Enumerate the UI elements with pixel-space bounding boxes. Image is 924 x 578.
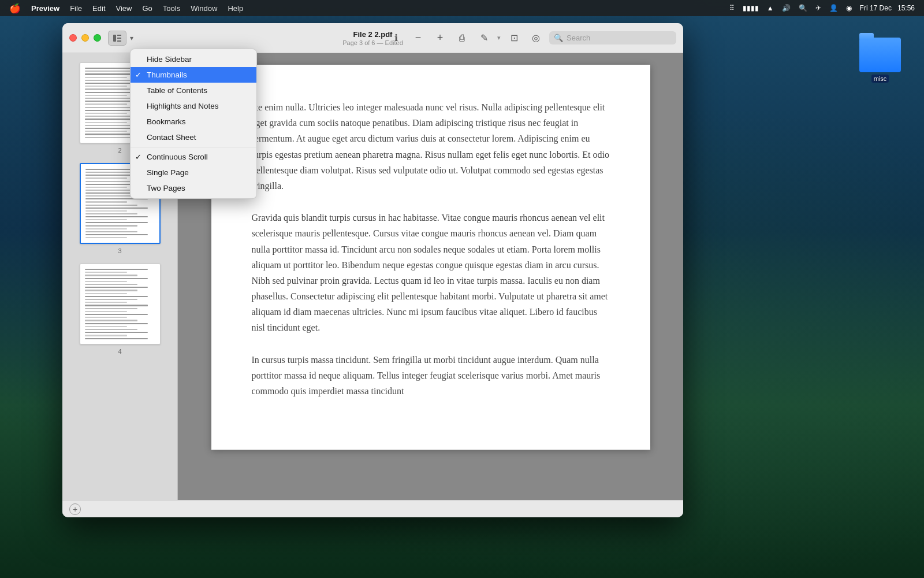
menubar-tools[interactable]: Tools — [163, 4, 180, 13]
adjust-button[interactable]: ◎ — [527, 29, 545, 47]
thumb-line — [85, 122, 127, 123]
menubar: 🍎 Preview File Edit View Go Tools Window… — [0, 0, 924, 16]
spotlight-icon[interactable]: 🔍 — [799, 4, 807, 12]
menubar-app-name[interactable]: Preview — [31, 4, 59, 13]
thumb-line — [85, 210, 127, 212]
menubar-edit[interactable]: Edit — [92, 4, 105, 13]
thumb-line — [85, 311, 127, 312]
menu-item-two-pages[interactable]: Two Pages — [131, 180, 256, 196]
menu-item-bookmarks[interactable]: Bookmarks — [131, 114, 256, 129]
desktop-folder-misc[interactable]: misc — [859, 38, 901, 83]
svg-rect-0 — [113, 35, 116, 42]
desktop: 🍎 Preview File Edit View Go Tools Window… — [0, 0, 924, 578]
menubar-left: 🍎 Preview File Edit View Go Tools Window… — [9, 3, 243, 14]
toolbar-right: ℹ − + ⎙ ✎ ▾ ⊡ ◎ 🔍 — [388, 29, 676, 47]
single-page-label: Single Page — [147, 168, 189, 177]
battery-icon[interactable]: ▮▮▮▮ — [743, 4, 759, 12]
thumb-line — [85, 195, 137, 197]
apple-menu[interactable]: 🍎 — [9, 3, 21, 14]
menu-separator-1 — [131, 147, 256, 147]
user-icon[interactable]: 👤 — [829, 4, 838, 12]
thumb-line — [85, 95, 127, 96]
menubar-right: ⠿ ▮▮▮▮ ▲ 🔊 🔍 ✈ 👤 ◉ Fri 17 Dec 15:56 — [729, 4, 915, 12]
thumbnail-number-4: 4 — [118, 348, 121, 355]
thumbnail-img-4 — [80, 264, 161, 344]
thumb-line — [85, 293, 127, 294]
sidebar-dropdown-arrow[interactable]: ▾ — [130, 34, 133, 42]
svg-rect-1 — [117, 35, 121, 36]
thumb-line — [85, 234, 148, 235]
thumbnail-number-2: 2 — [118, 147, 121, 154]
svg-rect-3 — [117, 40, 121, 42]
thumb-line — [85, 172, 137, 173]
markup-button[interactable]: ✎ — [475, 29, 493, 47]
menubar-go[interactable]: Go — [142, 4, 152, 13]
menu-item-thumbnails[interactable]: Thumbnails — [131, 67, 256, 83]
menubar-file[interactable]: File — [70, 4, 82, 13]
menu-item-hide-sidebar[interactable]: Hide Sidebar — [131, 51, 256, 67]
thumb-line — [85, 332, 148, 333]
menu-item-contact-sheet[interactable]: Contact Sheet — [131, 129, 256, 145]
menu-item-table-of-contents[interactable]: Table of Contents — [131, 83, 256, 98]
hide-sidebar-label: Hide Sidebar — [147, 55, 192, 64]
crop-button[interactable]: ⊡ — [505, 29, 523, 47]
thumb-line — [85, 284, 138, 285]
menubar-view[interactable]: View — [116, 4, 132, 13]
menu-extras-icon[interactable]: ◉ — [846, 4, 852, 12]
zoom-in-button[interactable]: + — [431, 29, 449, 47]
wifi-icon[interactable]: ▲ — [767, 4, 774, 12]
thumb-line — [85, 201, 127, 202]
sidebar-toggle-button[interactable] — [108, 31, 126, 46]
close-button[interactable] — [69, 34, 77, 42]
volume-icon[interactable]: 🔊 — [782, 4, 791, 12]
airdrop-icon[interactable]: ✈ — [815, 4, 821, 12]
pdf-paragraph-1: ate enim nulla. Ultricies leo integer ma… — [252, 99, 610, 194]
menu-item-highlights-and-notes[interactable]: Highlights and Notes — [131, 98, 256, 114]
title-center: File 2 2.pdf Page 3 of 6 — Edited — [342, 30, 403, 46]
contact-sheet-label: Contact Sheet — [147, 133, 196, 142]
markup-dropdown[interactable]: ▾ — [497, 34, 501, 42]
thumb-line — [85, 181, 137, 182]
table-of-contents-label: Table of Contents — [147, 86, 207, 95]
add-page-button[interactable]: + — [69, 503, 81, 515]
thumbnails-label: Thumbnails — [147, 71, 187, 79]
thumb-line — [85, 287, 148, 288]
thumb-line — [85, 269, 148, 270]
thumb-line — [85, 177, 127, 179]
menu-item-single-page[interactable]: Single Page — [131, 165, 256, 180]
bookmarks-label: Bookmarks — [147, 117, 186, 126]
minimize-button[interactable] — [81, 34, 89, 42]
control-center-icon[interactable]: ⠿ — [729, 4, 735, 12]
thumb-line — [85, 131, 127, 132]
thumb-line — [85, 190, 137, 191]
thumb-line — [85, 205, 137, 206]
thumb-line — [85, 113, 127, 114]
thumb-line — [85, 231, 137, 232]
sidebar-toggle-icon — [113, 34, 122, 43]
thumb-line — [85, 314, 148, 315]
menubar-window[interactable]: Window — [191, 4, 217, 13]
thumb-line — [85, 323, 148, 324]
thumbnail-page-4[interactable]: 4 — [62, 259, 177, 360]
thumb-line — [85, 320, 138, 321]
folder-label: misc — [871, 75, 889, 83]
thumb-line — [85, 308, 138, 309]
menubar-help[interactable]: Help — [228, 4, 243, 13]
thumb-line — [85, 290, 138, 291]
thumb-line — [85, 275, 138, 276]
search-icon: 🔍 — [554, 34, 563, 42]
thumb-line — [85, 305, 148, 306]
thumb-line — [85, 296, 148, 297]
thumb-line — [85, 213, 137, 214]
maximize-button[interactable] — [94, 34, 101, 42]
thumb-line — [85, 299, 138, 300]
search-bar[interactable]: 🔍 — [549, 31, 676, 45]
sidebar-dropdown-menu: Hide Sidebar Thumbnails Table of Content… — [130, 49, 257, 199]
share-button[interactable]: ⎙ — [453, 29, 471, 47]
thumbnail-number-3: 3 — [118, 247, 121, 254]
zoom-out-button[interactable]: − — [409, 29, 427, 47]
menu-item-continuous-scroll[interactable]: Continuous Scroll — [131, 149, 256, 165]
thumb-line — [85, 86, 127, 87]
search-input[interactable] — [567, 34, 672, 42]
folder-icon — [859, 38, 901, 72]
